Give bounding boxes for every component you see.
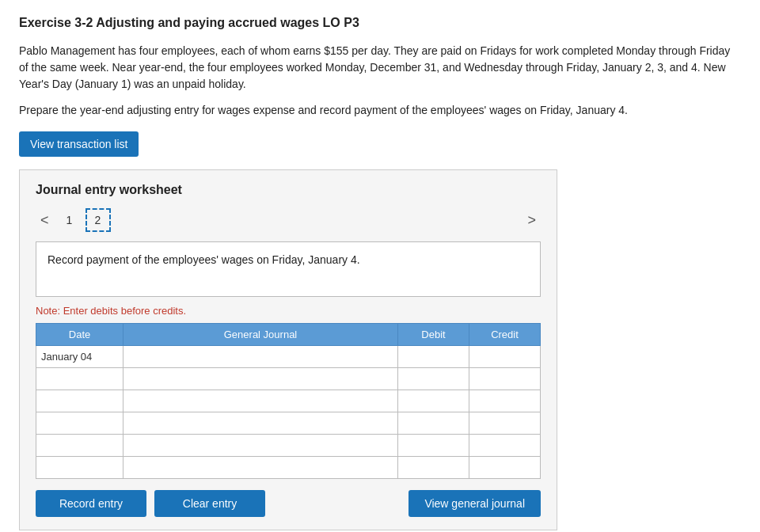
- input-gj-4[interactable]: [127, 435, 394, 456]
- input-debit-3[interactable]: [401, 412, 466, 434]
- tab-2[interactable]: 2: [86, 208, 111, 232]
- cell-credit-3[interactable]: [469, 412, 541, 435]
- cell-gj-5[interactable]: [124, 457, 398, 479]
- table-row: [36, 368, 541, 390]
- col-header-credit: Credit: [469, 324, 541, 346]
- cell-debit-1[interactable]: [398, 368, 469, 390]
- input-credit-0[interactable]: [473, 346, 537, 367]
- journal-entry-worksheet: Journal entry worksheet < 1 2 > Record p…: [19, 169, 557, 530]
- input-date-3[interactable]: [40, 412, 120, 434]
- cell-gj-0[interactable]: [124, 346, 398, 368]
- view-transaction-list-button[interactable]: View transaction list: [19, 131, 139, 157]
- cell-date-5[interactable]: [36, 457, 124, 479]
- input-debit-4[interactable]: [401, 435, 466, 456]
- cell-date-4[interactable]: [36, 435, 124, 457]
- input-credit-1[interactable]: [473, 368, 537, 390]
- input-credit-4[interactable]: [473, 435, 537, 456]
- table-row: [36, 412, 541, 435]
- col-header-debit: Debit: [398, 324, 469, 346]
- view-general-journal-button[interactable]: View general journal: [408, 490, 541, 517]
- cell-gj-1[interactable]: [124, 368, 398, 390]
- input-gj-1[interactable]: [127, 368, 394, 390]
- cell-gj-3[interactable]: [124, 412, 398, 435]
- input-credit-5[interactable]: [473, 457, 537, 478]
- cell-gj-2[interactable]: [124, 390, 398, 412]
- input-gj-3[interactable]: [127, 412, 394, 434]
- tab-prev-arrow[interactable]: <: [36, 211, 54, 230]
- input-gj-2[interactable]: [127, 390, 394, 412]
- input-debit-2[interactable]: [401, 390, 466, 412]
- bottom-buttons: Record entry Clear entry View general jo…: [36, 479, 541, 530]
- page-title: Exercise 3-2 Adjusting and paying accrue…: [19, 16, 741, 30]
- cell-credit-0[interactable]: [469, 346, 541, 368]
- record-entry-button[interactable]: Record entry: [36, 490, 146, 517]
- clear-entry-button[interactable]: Clear entry: [154, 490, 265, 517]
- input-credit-2[interactable]: [473, 390, 537, 412]
- input-debit-0[interactable]: [401, 346, 466, 367]
- tab-navigation: < 1 2 >: [36, 208, 541, 232]
- input-date-2[interactable]: [40, 390, 120, 412]
- description-paragraph-2: Prepare the year-end adjusting entry for…: [19, 102, 732, 119]
- cell-date-2[interactable]: [36, 390, 124, 412]
- cell-debit-3[interactable]: [398, 412, 469, 435]
- input-credit-3[interactable]: [473, 412, 537, 434]
- cell-credit-4[interactable]: [469, 435, 541, 457]
- cell-gj-4[interactable]: [124, 435, 398, 457]
- input-debit-1[interactable]: [401, 368, 466, 390]
- table-row: [36, 435, 541, 457]
- instruction-box: Record payment of the employees' wages o…: [36, 241, 541, 297]
- cell-debit-5[interactable]: [398, 457, 469, 479]
- journal-table: Date General Journal Debit Credit: [36, 323, 541, 479]
- cell-date-0[interactable]: [36, 346, 124, 368]
- input-date-4[interactable]: [40, 435, 120, 456]
- input-gj-5[interactable]: [127, 457, 394, 478]
- col-header-date: Date: [36, 324, 124, 346]
- cell-debit-2[interactable]: [398, 390, 469, 412]
- table-row: [36, 346, 541, 368]
- table-row: [36, 457, 541, 479]
- worksheet-title: Journal entry worksheet: [36, 183, 541, 197]
- cell-credit-2[interactable]: [469, 390, 541, 412]
- cell-credit-5[interactable]: [469, 457, 541, 479]
- cell-debit-0[interactable]: [398, 346, 469, 368]
- input-date-1[interactable]: [40, 368, 120, 390]
- cell-debit-4[interactable]: [398, 435, 469, 457]
- input-debit-5[interactable]: [401, 457, 466, 478]
- input-date-0[interactable]: [40, 346, 120, 367]
- cell-credit-1[interactable]: [469, 368, 541, 390]
- input-gj-0[interactable]: [127, 346, 394, 367]
- tab-1[interactable]: 1: [57, 208, 82, 232]
- input-date-5[interactable]: [40, 457, 120, 478]
- cell-date-3[interactable]: [36, 412, 124, 435]
- tab-next-arrow[interactable]: >: [522, 211, 541, 230]
- table-row: [36, 390, 541, 412]
- note-text: Note: Enter debits before credits.: [36, 305, 541, 317]
- description-paragraph-1: Pablo Management has four employees, eac…: [19, 43, 732, 93]
- cell-date-1[interactable]: [36, 368, 124, 390]
- col-header-general-journal: General Journal: [124, 324, 398, 346]
